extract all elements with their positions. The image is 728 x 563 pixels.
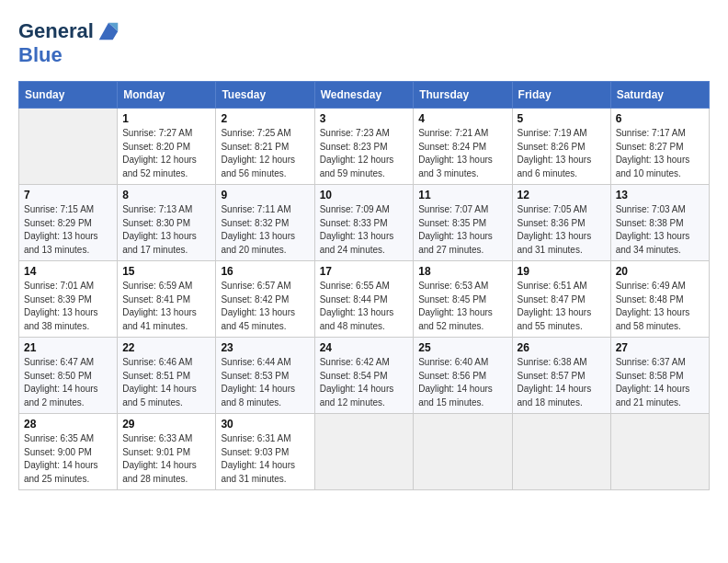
day-number: 17 bbox=[320, 265, 409, 278]
day-number: 4 bbox=[418, 112, 506, 125]
day-number: 2 bbox=[221, 112, 309, 125]
day-info: Sunrise: 7:11 AMSunset: 8:32 PMDaylight:… bbox=[221, 203, 309, 257]
day-info: Sunrise: 7:27 AMSunset: 8:20 PMDaylight:… bbox=[122, 127, 210, 180]
day-info: Sunrise: 7:07 AMSunset: 8:35 PMDaylight:… bbox=[418, 203, 506, 257]
day-number: 26 bbox=[518, 341, 606, 354]
logo-icon bbox=[96, 18, 121, 44]
day-number: 21 bbox=[24, 341, 112, 354]
day-cell: 22Sunrise: 6:46 AMSunset: 8:51 PMDayligh… bbox=[118, 338, 216, 414]
day-cell: 15Sunrise: 6:59 AMSunset: 8:41 PMDayligh… bbox=[118, 261, 216, 338]
day-cell: 9Sunrise: 7:11 AMSunset: 8:32 PMDaylight… bbox=[216, 185, 314, 261]
day-info: Sunrise: 7:23 AMSunset: 8:23 PMDaylight:… bbox=[320, 127, 409, 180]
calendar-header-row: SundayMondayTuesdayWednesdayThursdayFrid… bbox=[19, 82, 710, 109]
day-number: 27 bbox=[616, 341, 704, 354]
header-day-sunday: Sunday bbox=[19, 82, 118, 109]
day-cell bbox=[610, 414, 709, 490]
day-number: 22 bbox=[122, 341, 210, 354]
week-row-3: 14Sunrise: 7:01 AMSunset: 8:39 PMDayligh… bbox=[19, 261, 710, 338]
day-cell: 27Sunrise: 6:37 AMSunset: 8:58 PMDayligh… bbox=[610, 338, 709, 414]
day-info: Sunrise: 6:44 AMSunset: 8:53 PMDaylight:… bbox=[221, 356, 309, 409]
day-number: 8 bbox=[122, 189, 210, 201]
week-row-2: 7Sunrise: 7:15 AMSunset: 8:29 PMDaylight… bbox=[19, 185, 710, 261]
day-cell: 18Sunrise: 6:53 AMSunset: 8:45 PMDayligh… bbox=[414, 261, 512, 338]
day-info: Sunrise: 7:03 AMSunset: 8:38 PMDaylight:… bbox=[616, 203, 704, 257]
day-cell: 5Sunrise: 7:19 AMSunset: 8:26 PMDaylight… bbox=[512, 109, 610, 185]
calendar-table: SundayMondayTuesdayWednesdayThursdayFrid… bbox=[18, 81, 710, 490]
day-info: Sunrise: 7:09 AMSunset: 8:33 PMDaylight:… bbox=[320, 203, 409, 257]
day-cell: 10Sunrise: 7:09 AMSunset: 8:33 PMDayligh… bbox=[314, 185, 414, 261]
day-cell: 24Sunrise: 6:42 AMSunset: 8:54 PMDayligh… bbox=[314, 338, 414, 414]
day-cell: 26Sunrise: 6:38 AMSunset: 8:57 PMDayligh… bbox=[512, 338, 610, 414]
header-day-tuesday: Tuesday bbox=[216, 82, 314, 109]
day-cell: 1Sunrise: 7:27 AMSunset: 8:20 PMDaylight… bbox=[118, 109, 216, 185]
day-cell: 17Sunrise: 6:55 AMSunset: 8:44 PMDayligh… bbox=[314, 261, 414, 338]
day-cell: 14Sunrise: 7:01 AMSunset: 8:39 PMDayligh… bbox=[19, 261, 118, 338]
day-info: Sunrise: 6:31 AMSunset: 9:03 PMDaylight:… bbox=[221, 432, 309, 486]
day-cell: 11Sunrise: 7:07 AMSunset: 8:35 PMDayligh… bbox=[414, 185, 512, 261]
week-row-5: 28Sunrise: 6:35 AMSunset: 9:00 PMDayligh… bbox=[19, 414, 710, 490]
day-info: Sunrise: 7:15 AMSunset: 8:29 PMDaylight:… bbox=[24, 203, 112, 257]
day-number: 15 bbox=[122, 265, 210, 278]
day-number: 24 bbox=[320, 341, 409, 354]
day-info: Sunrise: 6:53 AMSunset: 8:45 PMDaylight:… bbox=[418, 280, 506, 333]
day-number: 7 bbox=[24, 189, 112, 201]
day-info: Sunrise: 6:46 AMSunset: 8:51 PMDaylight:… bbox=[122, 356, 210, 409]
day-number: 10 bbox=[320, 189, 409, 201]
header-day-monday: Monday bbox=[118, 82, 216, 109]
day-info: Sunrise: 6:33 AMSunset: 9:01 PMDaylight:… bbox=[122, 432, 210, 486]
day-number: 23 bbox=[221, 341, 309, 354]
day-number: 20 bbox=[616, 265, 704, 278]
day-info: Sunrise: 7:05 AMSunset: 8:36 PMDaylight:… bbox=[518, 203, 606, 257]
day-info: Sunrise: 6:38 AMSunset: 8:57 PMDaylight:… bbox=[518, 356, 606, 409]
day-info: Sunrise: 6:40 AMSunset: 8:56 PMDaylight:… bbox=[418, 356, 506, 409]
day-info: Sunrise: 7:01 AMSunset: 8:39 PMDaylight:… bbox=[24, 280, 112, 333]
day-info: Sunrise: 6:55 AMSunset: 8:44 PMDaylight:… bbox=[320, 280, 409, 333]
day-number: 13 bbox=[616, 189, 704, 201]
day-info: Sunrise: 6:35 AMSunset: 9:00 PMDaylight:… bbox=[24, 432, 112, 486]
day-info: Sunrise: 7:17 AMSunset: 8:27 PMDaylight:… bbox=[616, 127, 704, 180]
day-number: 12 bbox=[518, 189, 606, 201]
week-row-4: 21Sunrise: 6:47 AMSunset: 8:50 PMDayligh… bbox=[19, 338, 710, 414]
header-day-wednesday: Wednesday bbox=[314, 82, 414, 109]
day-cell: 23Sunrise: 6:44 AMSunset: 8:53 PMDayligh… bbox=[216, 338, 314, 414]
day-info: Sunrise: 6:59 AMSunset: 8:41 PMDaylight:… bbox=[122, 280, 210, 333]
day-number: 25 bbox=[418, 341, 506, 354]
day-cell bbox=[414, 414, 512, 490]
day-number: 5 bbox=[518, 112, 606, 125]
day-info: Sunrise: 6:49 AMSunset: 8:48 PMDaylight:… bbox=[616, 280, 704, 333]
day-cell: 21Sunrise: 6:47 AMSunset: 8:50 PMDayligh… bbox=[19, 338, 118, 414]
day-cell: 25Sunrise: 6:40 AMSunset: 8:56 PMDayligh… bbox=[414, 338, 512, 414]
day-number: 28 bbox=[24, 418, 112, 431]
day-info: Sunrise: 6:47 AMSunset: 8:50 PMDaylight:… bbox=[24, 356, 112, 409]
page-header: General Blue bbox=[18, 18, 710, 66]
day-number: 3 bbox=[320, 112, 409, 125]
day-cell: 28Sunrise: 6:35 AMSunset: 9:00 PMDayligh… bbox=[19, 414, 118, 490]
day-info: Sunrise: 7:19 AMSunset: 8:26 PMDaylight:… bbox=[518, 127, 606, 180]
day-cell: 4Sunrise: 7:21 AMSunset: 8:24 PMDaylight… bbox=[414, 109, 512, 185]
day-number: 14 bbox=[24, 265, 112, 278]
header-day-thursday: Thursday bbox=[414, 82, 512, 109]
logo-text: General bbox=[18, 20, 94, 42]
day-info: Sunrise: 7:21 AMSunset: 8:24 PMDaylight:… bbox=[418, 127, 506, 180]
day-info: Sunrise: 6:37 AMSunset: 8:58 PMDaylight:… bbox=[616, 356, 704, 409]
day-cell bbox=[512, 414, 610, 490]
day-cell: 19Sunrise: 6:51 AMSunset: 8:47 PMDayligh… bbox=[512, 261, 610, 338]
day-info: Sunrise: 6:57 AMSunset: 8:42 PMDaylight:… bbox=[221, 280, 309, 333]
day-cell: 20Sunrise: 6:49 AMSunset: 8:48 PMDayligh… bbox=[610, 261, 709, 338]
day-info: Sunrise: 7:25 AMSunset: 8:21 PMDaylight:… bbox=[221, 127, 309, 180]
day-number: 18 bbox=[418, 265, 506, 278]
day-cell: 12Sunrise: 7:05 AMSunset: 8:36 PMDayligh… bbox=[512, 185, 610, 261]
day-cell: 2Sunrise: 7:25 AMSunset: 8:21 PMDaylight… bbox=[216, 109, 314, 185]
week-row-1: 1Sunrise: 7:27 AMSunset: 8:20 PMDaylight… bbox=[19, 109, 710, 185]
day-cell: 16Sunrise: 6:57 AMSunset: 8:42 PMDayligh… bbox=[216, 261, 314, 338]
day-cell: 3Sunrise: 7:23 AMSunset: 8:23 PMDaylight… bbox=[314, 109, 414, 185]
header-day-saturday: Saturday bbox=[610, 82, 709, 109]
day-cell bbox=[19, 109, 118, 185]
day-cell: 6Sunrise: 7:17 AMSunset: 8:27 PMDaylight… bbox=[610, 109, 709, 185]
day-info: Sunrise: 7:13 AMSunset: 8:30 PMDaylight:… bbox=[122, 203, 210, 257]
day-cell: 29Sunrise: 6:33 AMSunset: 9:01 PMDayligh… bbox=[118, 414, 216, 490]
day-number: 1 bbox=[122, 112, 210, 125]
day-info: Sunrise: 6:51 AMSunset: 8:47 PMDaylight:… bbox=[518, 280, 606, 333]
day-number: 11 bbox=[418, 189, 506, 201]
day-number: 29 bbox=[122, 418, 210, 431]
